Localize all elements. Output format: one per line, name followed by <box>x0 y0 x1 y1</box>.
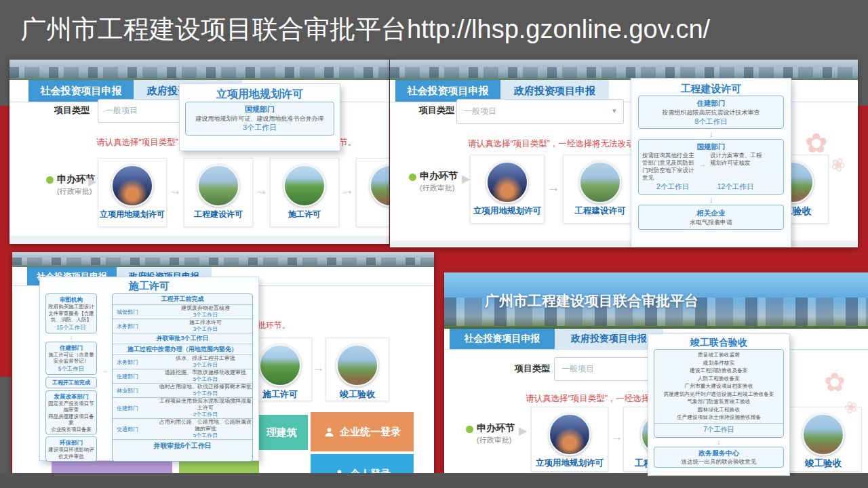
site-banner-image <box>9 60 389 80</box>
table-row: 住建部门 工程项目使用袋装水泥和现场搅拌混凝土许可 2个工作日 <box>113 397 252 418</box>
popup-box: 相关企业 水电气报装申请 <box>638 205 784 230</box>
step-card-label: 工程建设许可 <box>564 205 637 217</box>
step-card-planning-permit[interactable]: 立项用地规划许可 <box>470 155 545 224</box>
arrow-right-icon: → <box>695 152 710 168</box>
popup-box: 国规部门 建设用地规划许可证、建设用地批准书合并办理 3个工作日 <box>185 102 334 136</box>
arrow-right-icon: → <box>312 361 324 374</box>
table-row: 林业部门 临时占用绿地、砍伐迁移修剪树木审批 5个工作日 <box>113 383 252 397</box>
acceptance-item: 质量竣工验收监督 <box>654 351 783 359</box>
step-card-label: 施工许可 <box>271 209 338 220</box>
dropdown-chevron-icon: ▾ <box>612 106 616 115</box>
process-description: 企业投资项目备案 <box>47 426 96 433</box>
tab-government-investment[interactable]: 政府投资项目申报 <box>555 329 663 349</box>
work-permit-popup: 施工许可 审图机构 政府购买施工图设计文件审查服务【含建筑、消防、人防】 15个… <box>39 277 259 461</box>
step-card-construction-permit[interactable]: 工程建设许可 <box>184 158 253 227</box>
tab-social-investment[interactable]: 社会投资项目申报 <box>450 329 555 349</box>
arrow-right-icon: → <box>168 183 182 197</box>
popup-title: 施工许可 <box>45 279 253 293</box>
status-dot-icon <box>46 176 54 184</box>
department-name: 水务部门 <box>113 323 159 330</box>
enterprise-login-button[interactable]: 企业统一登录 <box>311 412 414 451</box>
arrow-right-icon: → <box>254 183 268 197</box>
project-type-label: 项目类型 <box>419 104 454 117</box>
flower-icon: ✿ <box>824 367 846 397</box>
step-card-label: 竣工验收 <box>326 388 389 401</box>
acceptance-item: 规划条件核实 <box>654 359 783 367</box>
department-name: 审图机构 <box>47 296 95 304</box>
popup-box: 住建部门 施工许可证（含质量安全监督登记） 5个工作日 <box>45 342 97 375</box>
department-name: 交通部门 <box>113 426 159 433</box>
department-name: 住建部门 <box>47 344 95 352</box>
table-footer: 并联审批6个工作日 <box>113 439 252 452</box>
steps-sublabel: (行政审批) <box>57 186 92 197</box>
step-card-work-permit[interactable]: 施工许可 <box>270 158 339 227</box>
steps-label: 申办环节 <box>420 170 458 182</box>
process-description: 占用利用公路、公路用地、公路附属设施的审批 <box>159 419 252 432</box>
department-name: 住建部门 <box>642 98 781 108</box>
stadium-photo-icon <box>197 165 239 207</box>
department-name: 国规部门 <box>189 104 331 115</box>
step-card-planning-permit[interactable]: 立项用地规划许可 <box>531 407 608 472</box>
department-name: 国规部门 <box>642 142 780 152</box>
table-footer: 并联审批3个工作日 <box>113 333 252 344</box>
working-days: 5个工作日 <box>159 376 252 383</box>
slide: { "slide": { "header_title": "广州市工程建设项目联… <box>0 0 868 488</box>
acceptance-item: 园林绿化工程验收 <box>654 406 783 414</box>
project-type-label: 项目类型 <box>54 104 90 117</box>
chevron-right-icon: ▶ <box>462 172 470 185</box>
working-days: 2个工作日 <box>159 411 252 418</box>
working-days: 8个工作日 <box>642 117 781 126</box>
process-description: 临时占用绿地、砍伐迁移修剪树木审批 <box>159 384 252 390</box>
arrow-right-icon: → <box>340 183 354 197</box>
project-type-select[interactable]: 一般项目 <box>456 99 624 124</box>
arrow-down-icon: ↓ <box>45 333 97 342</box>
department-name: 发展改革部门 <box>47 392 96 401</box>
screenshot-top-left: 社会投资项目申报 政府投资项目申报 项目类型 一般项目 请认真选择“项目类型”，… <box>9 60 389 244</box>
slide-header-bar: 广州市工程建设项目联合审批平台http://lhsp.gzonline.gov.… <box>0 0 868 60</box>
popup-title: 工程建设许可 <box>638 81 784 96</box>
popup-title: 竣工联合验收 <box>654 336 784 349</box>
mountain-photo-icon <box>283 165 326 207</box>
table-row: 住建部门 道路挖掘、市政设施移动改建审批 5个工作日 <box>113 369 252 383</box>
process-description: 设计方案审查、工程规划许可证核发 <box>710 152 763 167</box>
arrow-down-icon: ↓ <box>654 438 784 447</box>
chevron-right-icon: ▶ <box>88 175 96 188</box>
working-days: 3个工作日 <box>189 123 331 133</box>
table-row: 交通部门 占用利用公路、公路用地、公路附属设施的审批 5个工作日 <box>113 418 252 439</box>
arrow-down-icon: ↓ <box>638 129 784 139</box>
process-description: 道路挖掘、市政设施移动改建审批 <box>159 369 252 376</box>
popup-box: 质量竣工验收监督 规划条件核实 建设工程消防验收及备案 人防工程验收备案 广州市… <box>654 349 784 438</box>
table-section-header: 施工过程中按需办理（用地范围内豁免） <box>113 344 252 354</box>
department-name: 林业部门 <box>113 387 159 394</box>
popup-title: 立项用地规划许可 <box>185 87 334 102</box>
screenshot-bottom-right: 广州市工程建设项目联合审批平台 社会投资项目申报 政府投资项目申报 项目类型 一… <box>444 272 868 476</box>
step-card-partial[interactable] <box>356 158 389 227</box>
working-days: 3个工作日 <box>159 362 252 369</box>
button-label: 企业统一登录 <box>340 426 401 439</box>
department-name: 环保部门 <box>47 439 96 447</box>
process-description: 商品房屋建设项目备案 <box>47 413 96 426</box>
step-card-construction-permit[interactable]: 工程建设许可 <box>563 155 637 224</box>
person-icon <box>323 426 335 438</box>
screenshot-bottom-left: 社会投资项目申报 政府投资项目申报 审批环节。 施工许可 → 竣工验收 理建筑 … <box>12 252 434 478</box>
step-card-planning-permit[interactable]: 立项用地规划许可 <box>98 158 167 227</box>
working-days: 5个工作日 <box>159 432 252 439</box>
step-card-label: 立项用地规划许可 <box>471 205 544 217</box>
park-photo-icon <box>370 165 389 207</box>
city-photo-icon <box>111 165 153 207</box>
flower-icon: ❀ <box>827 152 849 178</box>
process-description: 建设用地规划许可证、建设用地批准书合并办理 <box>189 115 331 123</box>
working-days: 7个工作日 <box>654 424 783 436</box>
arrow-right-icon: → <box>101 293 108 462</box>
step-card-acceptance[interactable]: 竣工验收 <box>326 338 389 401</box>
process-description: 水电气报装申请 <box>642 218 781 226</box>
city-photo-icon <box>486 161 528 203</box>
popup-box: 环保部门 建设项目环境影响评价文件审批 <box>45 436 97 462</box>
department-name: 相关企业 <box>642 208 781 218</box>
step-card-label: 立项用地规划许可 <box>98 209 166 220</box>
working-days: 15个工作日 <box>47 323 95 331</box>
arrow-right-icon: → <box>610 430 623 443</box>
popup-box: 审图机构 政府购买施工图设计文件审查服务【含建筑、消防、人防】 15个工作日 <box>45 293 97 333</box>
project-type-value: 一般项目 <box>555 363 594 375</box>
steps-sublabel: (行政审批) <box>420 183 454 193</box>
